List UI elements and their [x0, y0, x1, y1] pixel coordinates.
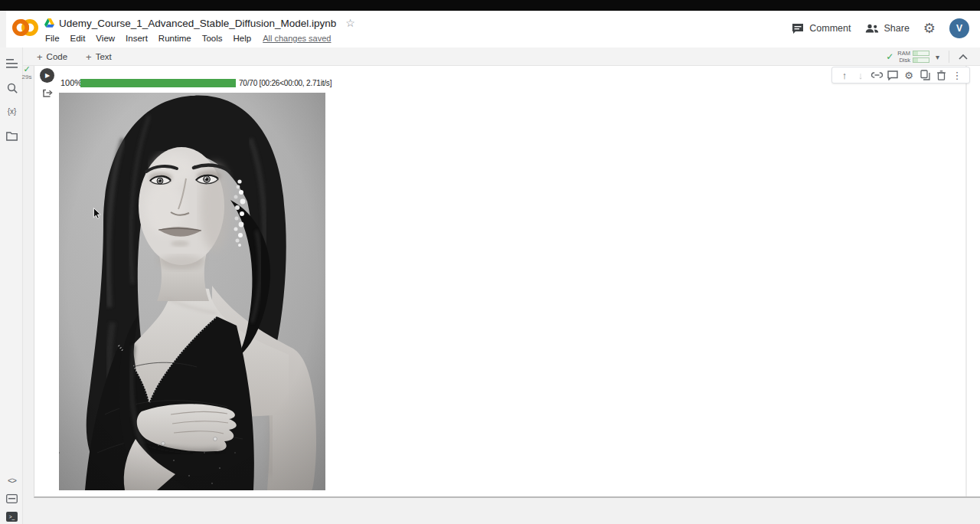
add-cell-buttons: + Code + Text [34, 47, 115, 66]
add-text-button[interactable]: + Text [83, 50, 115, 64]
comment-icon [792, 23, 804, 34]
disk-label: Disk [899, 57, 910, 64]
share-people-icon [865, 23, 879, 34]
mirror-cell-icon[interactable] [918, 68, 932, 82]
header-actions: Comment Share ⚙ V [792, 17, 969, 40]
copy-link-to-cell-icon[interactable] [870, 68, 884, 82]
execution-status-badge[interactable]: ✓ 29s [20, 65, 34, 81]
variables-icon[interactable]: {x} [5, 105, 18, 118]
menu-view[interactable]: View [90, 32, 120, 44]
notebook-content-area: ▶ ↑ ↓ [34, 66, 980, 498]
star-icon[interactable]: ☆ [345, 17, 355, 29]
add-comment-icon[interactable] [886, 68, 900, 82]
add-text-label: Text [96, 52, 112, 61]
move-cell-down-icon[interactable]: ↓ [854, 68, 867, 82]
share-button[interactable]: Share [865, 23, 910, 34]
add-code-button[interactable]: + Code [34, 50, 70, 64]
menu-edit[interactable]: Edit [65, 32, 91, 44]
terminal-icon[interactable]: >_ [5, 510, 18, 523]
add-code-label: Code [47, 52, 68, 61]
progress-percent-label: 100% [60, 78, 82, 87]
plus-icon: + [86, 51, 92, 63]
chevron-up-icon [959, 54, 968, 60]
app-header: Udemy_Course_1_Advanced_Stable_Diffusion… [6, 11, 980, 47]
run-cell-button[interactable]: ▶ [40, 68, 54, 83]
files-folder-icon[interactable] [5, 129, 18, 142]
letterbox-bar [0, 0, 980, 11]
menu-file[interactable]: File [40, 32, 65, 44]
menu-runtime[interactable]: Runtime [153, 32, 197, 44]
disk-gauge [913, 57, 929, 63]
progress-bar-fill [80, 79, 236, 87]
resource-gauges [913, 51, 929, 63]
notebook-toolbar: + Code + Text ✓ RAM Disk ▾ [23, 47, 980, 66]
comment-button[interactable]: Comment [792, 23, 851, 34]
drive-file-icon [44, 18, 54, 28]
execution-success-check-icon: ✓ [20, 65, 34, 74]
output-image [59, 93, 325, 490]
colab-window: Udemy_Course_1_Advanced_Stable_Diffusion… [0, 0, 980, 524]
cell-toolbar: ↑ ↓ ⚙ [831, 67, 970, 84]
command-palette-icon[interactable] [5, 492, 18, 505]
search-icon[interactable] [5, 81, 18, 94]
scrollbar-track[interactable] [965, 66, 967, 496]
share-label: Share [884, 23, 910, 34]
toolbar-divider [949, 51, 949, 63]
collapse-header-button[interactable] [952, 54, 974, 60]
more-cell-actions-icon[interactable]: ⋮ [950, 68, 964, 82]
runtime-dropdown-caret-icon[interactable]: ▾ [929, 53, 946, 61]
left-sidebar-rail: {x} <> >_ [0, 47, 23, 524]
resource-monitor[interactable]: ✓ RAM Disk ▾ [886, 47, 974, 66]
progress-bar [80, 79, 236, 87]
plus-icon: + [37, 51, 43, 63]
ram-gauge [913, 51, 929, 56]
output-options-icon[interactable] [42, 87, 53, 101]
runtime-connected-check-icon: ✓ [886, 51, 893, 62]
delete-cell-icon[interactable] [934, 68, 948, 82]
save-status-link[interactable]: All changes saved [263, 34, 331, 43]
notebook-title[interactable]: Udemy_Course_1_Advanced_Stable_Diffusion… [59, 18, 336, 29]
user-avatar[interactable]: V [949, 18, 969, 38]
menu-tools[interactable]: Tools [197, 32, 228, 44]
colab-logo[interactable] [11, 18, 40, 38]
ram-label: RAM [897, 50, 910, 57]
settings-gear-icon[interactable]: ⚙ [923, 21, 936, 35]
progress-stats-text: 70/70 [00:26<00:00, 2.71it/s] [239, 79, 332, 87]
cell-settings-gear-icon[interactable]: ⚙ [902, 68, 916, 82]
menu-insert[interactable]: Insert [120, 32, 153, 44]
code-snippets-icon[interactable]: <> [5, 473, 18, 486]
execution-time: 29s [20, 74, 34, 81]
resource-labels: RAM Disk [897, 50, 910, 64]
menu-help[interactable]: Help [228, 32, 257, 44]
colab-app: Udemy_Course_1_Advanced_Stable_Diffusion… [0, 11, 980, 524]
table-of-contents-icon[interactable] [5, 57, 18, 70]
move-cell-up-icon[interactable]: ↑ [838, 68, 851, 82]
document-title-row: Udemy_Course_1_Advanced_Stable_Diffusion… [44, 15, 355, 31]
menu-bar: File Edit View Insert Runtime Tools Help… [40, 31, 331, 45]
comment-label: Comment [809, 23, 851, 34]
